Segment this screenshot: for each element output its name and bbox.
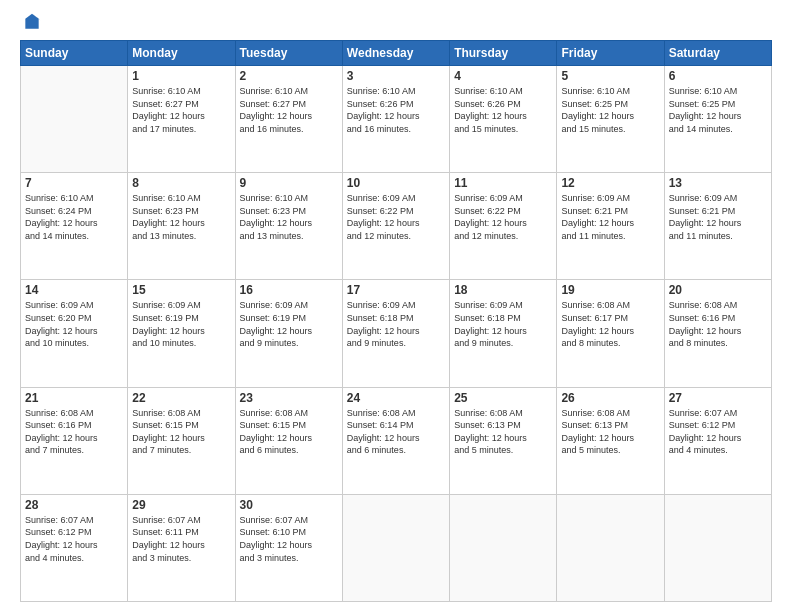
day-info: Sunrise: 6:08 AMSunset: 6:15 PMDaylight:…: [132, 407, 230, 457]
day-info: Sunrise: 6:10 AMSunset: 6:26 PMDaylight:…: [454, 85, 552, 135]
calendar-cell: [342, 494, 449, 601]
day-info: Sunrise: 6:10 AMSunset: 6:26 PMDaylight:…: [347, 85, 445, 135]
day-number: 20: [669, 283, 767, 297]
calendar-table: SundayMondayTuesdayWednesdayThursdayFrid…: [20, 40, 772, 602]
calendar-cell: 10Sunrise: 6:09 AMSunset: 6:22 PMDayligh…: [342, 173, 449, 280]
day-info: Sunrise: 6:09 AMSunset: 6:18 PMDaylight:…: [347, 299, 445, 349]
day-number: 6: [669, 69, 767, 83]
day-number: 18: [454, 283, 552, 297]
day-info: Sunrise: 6:10 AMSunset: 6:25 PMDaylight:…: [561, 85, 659, 135]
day-number: 30: [240, 498, 338, 512]
calendar-cell: [450, 494, 557, 601]
day-info: Sunrise: 6:08 AMSunset: 6:15 PMDaylight:…: [240, 407, 338, 457]
day-number: 4: [454, 69, 552, 83]
day-of-week-header: Sunday: [21, 41, 128, 66]
calendar-cell: 25Sunrise: 6:08 AMSunset: 6:13 PMDayligh…: [450, 387, 557, 494]
day-of-week-header: Thursday: [450, 41, 557, 66]
calendar-cell: 21Sunrise: 6:08 AMSunset: 6:16 PMDayligh…: [21, 387, 128, 494]
day-number: 5: [561, 69, 659, 83]
day-number: 14: [25, 283, 123, 297]
day-info: Sunrise: 6:09 AMSunset: 6:22 PMDaylight:…: [347, 192, 445, 242]
day-number: 1: [132, 69, 230, 83]
day-number: 10: [347, 176, 445, 190]
day-info: Sunrise: 6:08 AMSunset: 6:16 PMDaylight:…: [25, 407, 123, 457]
calendar-cell: 9Sunrise: 6:10 AMSunset: 6:23 PMDaylight…: [235, 173, 342, 280]
day-info: Sunrise: 6:10 AMSunset: 6:27 PMDaylight:…: [240, 85, 338, 135]
day-info: Sunrise: 6:08 AMSunset: 6:14 PMDaylight:…: [347, 407, 445, 457]
calendar-cell: 3Sunrise: 6:10 AMSunset: 6:26 PMDaylight…: [342, 66, 449, 173]
calendar-cell: 14Sunrise: 6:09 AMSunset: 6:20 PMDayligh…: [21, 280, 128, 387]
day-info: Sunrise: 6:10 AMSunset: 6:27 PMDaylight:…: [132, 85, 230, 135]
day-number: 26: [561, 391, 659, 405]
day-number: 8: [132, 176, 230, 190]
day-info: Sunrise: 6:09 AMSunset: 6:19 PMDaylight:…: [240, 299, 338, 349]
day-info: Sunrise: 6:09 AMSunset: 6:22 PMDaylight:…: [454, 192, 552, 242]
day-info: Sunrise: 6:09 AMSunset: 6:19 PMDaylight:…: [132, 299, 230, 349]
calendar-cell: [21, 66, 128, 173]
calendar-cell: 27Sunrise: 6:07 AMSunset: 6:12 PMDayligh…: [664, 387, 771, 494]
calendar-cell: 7Sunrise: 6:10 AMSunset: 6:24 PMDaylight…: [21, 173, 128, 280]
day-info: Sunrise: 6:08 AMSunset: 6:13 PMDaylight:…: [454, 407, 552, 457]
calendar-cell: 12Sunrise: 6:09 AMSunset: 6:21 PMDayligh…: [557, 173, 664, 280]
day-number: 15: [132, 283, 230, 297]
day-info: Sunrise: 6:09 AMSunset: 6:21 PMDaylight:…: [669, 192, 767, 242]
header: [20, 16, 772, 32]
day-of-week-header: Tuesday: [235, 41, 342, 66]
day-number: 16: [240, 283, 338, 297]
day-number: 19: [561, 283, 659, 297]
calendar-cell: 24Sunrise: 6:08 AMSunset: 6:14 PMDayligh…: [342, 387, 449, 494]
calendar-cell: 5Sunrise: 6:10 AMSunset: 6:25 PMDaylight…: [557, 66, 664, 173]
day-of-week-header: Wednesday: [342, 41, 449, 66]
logo-icon: [22, 12, 42, 32]
day-of-week-header: Friday: [557, 41, 664, 66]
day-number: 28: [25, 498, 123, 512]
calendar-cell: 6Sunrise: 6:10 AMSunset: 6:25 PMDaylight…: [664, 66, 771, 173]
calendar-cell: 30Sunrise: 6:07 AMSunset: 6:10 PMDayligh…: [235, 494, 342, 601]
calendar-cell: 13Sunrise: 6:09 AMSunset: 6:21 PMDayligh…: [664, 173, 771, 280]
day-number: 24: [347, 391, 445, 405]
day-number: 7: [25, 176, 123, 190]
calendar-cell: 8Sunrise: 6:10 AMSunset: 6:23 PMDaylight…: [128, 173, 235, 280]
calendar-cell: 29Sunrise: 6:07 AMSunset: 6:11 PMDayligh…: [128, 494, 235, 601]
calendar-cell: 22Sunrise: 6:08 AMSunset: 6:15 PMDayligh…: [128, 387, 235, 494]
day-info: Sunrise: 6:10 AMSunset: 6:25 PMDaylight:…: [669, 85, 767, 135]
calendar-week-row: 1Sunrise: 6:10 AMSunset: 6:27 PMDaylight…: [21, 66, 772, 173]
calendar-header-row: SundayMondayTuesdayWednesdayThursdayFrid…: [21, 41, 772, 66]
day-of-week-header: Monday: [128, 41, 235, 66]
day-number: 27: [669, 391, 767, 405]
calendar-cell: 28Sunrise: 6:07 AMSunset: 6:12 PMDayligh…: [21, 494, 128, 601]
day-info: Sunrise: 6:08 AMSunset: 6:17 PMDaylight:…: [561, 299, 659, 349]
calendar-cell: 11Sunrise: 6:09 AMSunset: 6:22 PMDayligh…: [450, 173, 557, 280]
day-number: 22: [132, 391, 230, 405]
day-number: 3: [347, 69, 445, 83]
day-info: Sunrise: 6:07 AMSunset: 6:10 PMDaylight:…: [240, 514, 338, 564]
calendar-cell: 4Sunrise: 6:10 AMSunset: 6:26 PMDaylight…: [450, 66, 557, 173]
day-number: 29: [132, 498, 230, 512]
day-number: 2: [240, 69, 338, 83]
calendar-cell: 18Sunrise: 6:09 AMSunset: 6:18 PMDayligh…: [450, 280, 557, 387]
calendar-week-row: 14Sunrise: 6:09 AMSunset: 6:20 PMDayligh…: [21, 280, 772, 387]
day-info: Sunrise: 6:07 AMSunset: 6:12 PMDaylight:…: [669, 407, 767, 457]
day-info: Sunrise: 6:08 AMSunset: 6:16 PMDaylight:…: [669, 299, 767, 349]
day-info: Sunrise: 6:09 AMSunset: 6:21 PMDaylight:…: [561, 192, 659, 242]
day-info: Sunrise: 6:08 AMSunset: 6:13 PMDaylight:…: [561, 407, 659, 457]
calendar-cell: 20Sunrise: 6:08 AMSunset: 6:16 PMDayligh…: [664, 280, 771, 387]
page: SundayMondayTuesdayWednesdayThursdayFrid…: [0, 0, 792, 612]
day-info: Sunrise: 6:10 AMSunset: 6:23 PMDaylight:…: [240, 192, 338, 242]
day-number: 11: [454, 176, 552, 190]
calendar-cell: 26Sunrise: 6:08 AMSunset: 6:13 PMDayligh…: [557, 387, 664, 494]
day-of-week-header: Saturday: [664, 41, 771, 66]
calendar-cell: 1Sunrise: 6:10 AMSunset: 6:27 PMDaylight…: [128, 66, 235, 173]
day-info: Sunrise: 6:09 AMSunset: 6:18 PMDaylight:…: [454, 299, 552, 349]
calendar-cell: 15Sunrise: 6:09 AMSunset: 6:19 PMDayligh…: [128, 280, 235, 387]
calendar-cell: [664, 494, 771, 601]
day-number: 23: [240, 391, 338, 405]
calendar-week-row: 21Sunrise: 6:08 AMSunset: 6:16 PMDayligh…: [21, 387, 772, 494]
calendar-cell: 19Sunrise: 6:08 AMSunset: 6:17 PMDayligh…: [557, 280, 664, 387]
day-number: 21: [25, 391, 123, 405]
day-info: Sunrise: 6:10 AMSunset: 6:23 PMDaylight:…: [132, 192, 230, 242]
day-info: Sunrise: 6:07 AMSunset: 6:12 PMDaylight:…: [25, 514, 123, 564]
calendar-cell: 2Sunrise: 6:10 AMSunset: 6:27 PMDaylight…: [235, 66, 342, 173]
day-info: Sunrise: 6:10 AMSunset: 6:24 PMDaylight:…: [25, 192, 123, 242]
calendar-week-row: 7Sunrise: 6:10 AMSunset: 6:24 PMDaylight…: [21, 173, 772, 280]
